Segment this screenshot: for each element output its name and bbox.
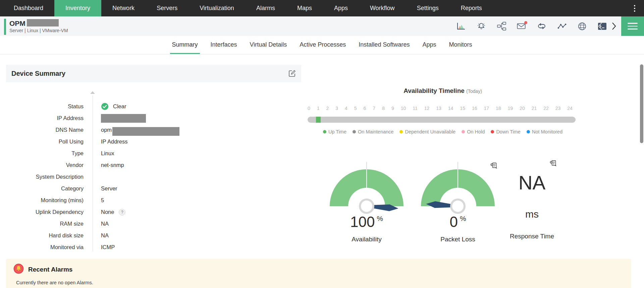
workflow-icon[interactable] [496,21,506,31]
availability-gauge: 100% Availability [330,163,404,243]
mail-icon[interactable] [517,21,527,31]
nav-item-dashboard[interactable]: Dashboard [3,0,54,16]
timeline-tick: 19 [508,106,513,111]
timeline-tick: 1 [317,106,320,111]
web-globe-icon[interactable] [577,21,587,31]
legend-dot [527,130,530,133]
field-value-text: None [101,209,114,215]
vertical-scrollbar[interactable] [640,64,643,143]
timeline-tick: 21 [532,106,537,111]
nav-item-inventory[interactable]: Inventory [54,0,101,16]
legend-dot [462,130,465,133]
timeline-tick: 20 [520,106,525,111]
sparkline-icon[interactable] [557,21,567,31]
report-icon[interactable] [550,160,557,168]
tab-active-processes[interactable]: Active Processes [298,36,348,54]
collapse-arrow-icon[interactable] [90,91,95,94]
nav-item-network[interactable]: Network [101,0,146,16]
field-value: Server [93,185,117,192]
help-icon[interactable]: ? [119,209,125,216]
legend-item-not-monitored: Not Monitored [527,129,562,134]
timeline-bar[interactable] [308,117,576,123]
previous-device-chevron-icon[interactable] [595,16,605,36]
timeline-tick: 17 [484,106,489,111]
timeline-tick: 0 [308,106,310,111]
field-value-text: IP Address [101,138,128,145]
timeline-tick: 4 [345,106,347,111]
device-toolbar [456,16,607,36]
device-summary-title: Device Summary [11,70,65,77]
timeline-tick: 3 [335,106,338,111]
timeline-title: Availability Timeline (Today) [304,87,582,95]
field-row-status: StatusClear [6,101,301,112]
field-value: ICMP [93,244,115,250]
response-time-unit: ms [492,209,572,220]
timeline-tick: 11 [413,106,418,111]
field-value-text: net-snmp [101,162,124,168]
tab-installed-softwares[interactable]: Installed Softwares [357,36,412,54]
nav-item-apps[interactable]: Apps [323,0,359,16]
field-label: Type [6,150,93,157]
timeline-tick: 12 [424,106,430,111]
field-value: net-snmp [93,162,124,168]
legend-dot [323,130,326,133]
nav-item-settings[interactable]: Settings [406,0,450,16]
hamburger-menu-button[interactable] [621,16,644,36]
response-time-value: NA [492,171,572,194]
field-label: System Description [6,174,93,180]
tab-monitors[interactable]: Monitors [447,36,474,54]
recent-alarms-panel: Recent Alarms Currently there are no ope… [6,259,631,288]
device-title: OPM [9,18,59,27]
response-time-label: Response Time [492,233,572,240]
field-row-category: CategoryServer [6,183,301,194]
performance-chart-icon[interactable] [456,21,466,31]
recent-alarms-title: Recent Alarms [28,266,72,273]
field-value-text: 5 [101,197,104,204]
redacted-value [112,127,179,136]
field-value: opm [93,126,179,134]
status-clear-icon [101,103,109,110]
top-nav: DashboardInventoryNetworkServersVirtuali… [0,0,644,16]
response-time-block: NA ms Response Time [492,163,572,240]
nav-item-servers[interactable]: Servers [146,0,189,16]
tab-virtual-details[interactable]: Virtual Details [248,36,289,54]
kebab-menu-icon[interactable] [631,0,638,16]
tab-summary[interactable]: Summary [170,36,200,54]
nav-item-reports[interactable]: Reports [450,0,493,16]
field-value: Clear [93,103,126,110]
field-row-poll-using: Poll UsingIP Address [6,136,301,148]
legend-label: Dependent Unavailable [405,129,455,134]
device-summary-panel: Device Summary StatusClearIP AddressDNS … [6,65,301,253]
timeline-uptime-segment [316,117,321,123]
alarm-bell-icon[interactable] [476,21,486,31]
device-status-accent-bar [4,19,6,35]
field-value: None? [93,209,125,216]
alarm-bell-badge-icon [13,264,24,275]
device-summary-fields: StatusClearIP AddressDNS NameopmPoll Usi… [6,82,301,253]
timeline-tick: 16 [472,106,477,111]
field-row-monitored-via: Monitored viaICMP [6,241,301,253]
loop-icon[interactable] [537,21,547,31]
timeline-tick: 24 [567,106,573,111]
tab-apps[interactable]: Apps [420,36,438,54]
legend-label: On Maintenance [358,129,393,134]
legend-item-dependent-unavailable: Dependent Unavailable [399,129,455,134]
timeline-tick: 15 [460,106,465,111]
edit-icon[interactable] [288,70,296,77]
nav-item-maps[interactable]: Maps [286,0,323,16]
device-summary-header: Device Summary [6,65,301,82]
nav-item-alarms[interactable]: Alarms [245,0,286,16]
timeline-tick: 22 [543,106,549,111]
field-label: IP Address [6,115,93,121]
tab-bar: SummaryInterfacesVirtual DetailsActive P… [0,36,644,54]
gauge-hub [450,198,466,214]
timeline-tick: 23 [555,106,561,111]
timeline-tick: 6 [364,106,366,111]
timeline-title-text: Availability Timeline [404,87,465,94]
next-device-chevron-icon[interactable] [609,16,619,36]
nav-item-virtualization[interactable]: Virtualization [189,0,245,16]
tab-interfaces[interactable]: Interfaces [209,36,239,54]
field-value-text: Clear [113,103,126,110]
field-value: NA [93,232,109,239]
nav-item-workflow[interactable]: Workflow [359,0,406,16]
